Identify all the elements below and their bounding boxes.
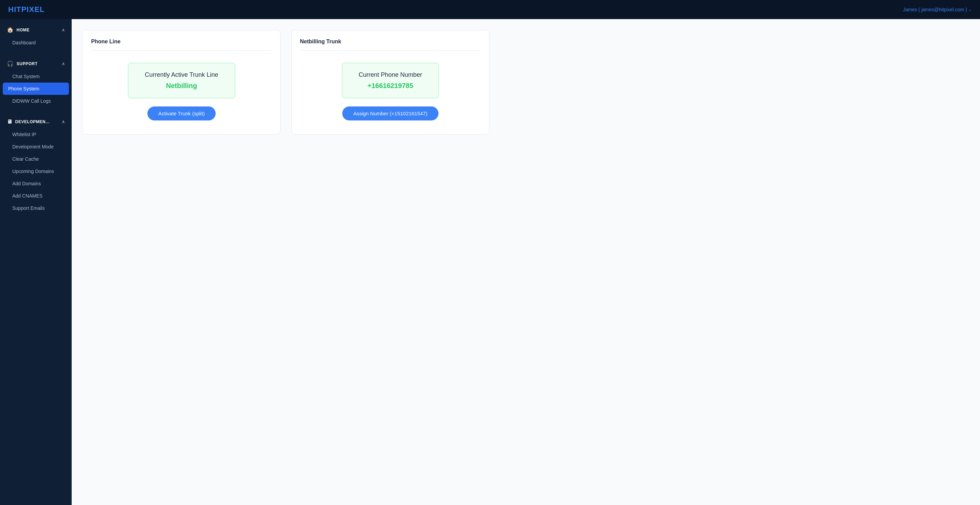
nav-section-development: 🖥 DEVELOPMEN... ∧ Whitelist IP Developme… xyxy=(0,111,72,218)
netbilling-trunk-card-title: Netbilling Trunk xyxy=(300,38,481,51)
sidebar-item-development-mode[interactable]: Development Mode xyxy=(0,140,72,153)
home-icon: 🏠 xyxy=(7,27,14,33)
nav-section-support-header[interactable]: 🎧 SUPPORT ∧ xyxy=(0,57,72,70)
support-icon: 🎧 xyxy=(7,61,14,67)
nav-section-home: 🏠 HOME ∧ Dashboard xyxy=(0,19,72,53)
sidebar-item-clear-cache[interactable]: Clear Cache xyxy=(0,153,72,165)
phone-line-info-label: Currently Active Trunk Line xyxy=(145,71,218,78)
netbilling-trunk-info-label: Current Phone Number xyxy=(359,71,422,78)
main-content: Phone Line Currently Active Trunk Line N… xyxy=(72,19,980,505)
nav-section-development-label: DEVELOPMEN... xyxy=(15,119,50,124)
cards-row: Phone Line Currently Active Trunk Line N… xyxy=(83,30,492,134)
netbilling-trunk-card: Netbilling Trunk Current Phone Number +1… xyxy=(291,30,489,134)
assign-number-button[interactable]: Assign Number (+15102161547) xyxy=(342,107,438,121)
netbilling-trunk-info-value: +16616219785 xyxy=(359,82,422,90)
phone-line-card-inner: Currently Active Trunk Line Netbilling A… xyxy=(91,57,272,126)
sidebar-item-chat-system[interactable]: Chat System xyxy=(0,70,72,83)
sidebar-item-didww-call-logs[interactable]: DIDWW Call Logs xyxy=(0,95,72,107)
topbar: HitPixel James ( james@hitpixel.com ) ⌄ xyxy=(0,0,980,19)
home-chevron-icon: ∧ xyxy=(62,28,65,32)
support-chevron-icon: ∧ xyxy=(62,61,65,66)
sidebar-item-whitelist-ip[interactable]: Whitelist IP xyxy=(0,128,72,140)
logo: HitPixel xyxy=(8,5,45,14)
phone-line-card-title: Phone Line xyxy=(91,38,272,51)
nav-section-home-header[interactable]: 🏠 HOME ∧ xyxy=(0,23,72,37)
user-menu[interactable]: James ( james@hitpixel.com ) ⌄ xyxy=(903,7,972,12)
nav-section-development-header[interactable]: 🖥 DEVELOPMEN... ∧ xyxy=(0,115,72,128)
user-display-text: James ( james@hitpixel.com ) xyxy=(903,7,967,12)
phone-line-info-box: Currently Active Trunk Line Netbilling xyxy=(128,63,235,98)
sidebar: 🏠 HOME ∧ Dashboard 🎧 SUPPORT ∧ Chat Syst… xyxy=(0,19,72,505)
netbilling-trunk-card-inner: Current Phone Number +16616219785 Assign… xyxy=(300,57,481,126)
nav-section-support-label: SUPPORT xyxy=(17,61,38,66)
activate-trunk-button[interactable]: Activate Trunk (split) xyxy=(147,107,216,121)
phone-line-info-value: Netbilling xyxy=(145,82,218,90)
nav-section-home-label: HOME xyxy=(17,28,30,32)
sidebar-item-dashboard[interactable]: Dashboard xyxy=(0,37,72,49)
nav-section-support: 🎧 SUPPORT ∧ Chat System Phone System DID… xyxy=(0,53,72,111)
sidebar-item-upcoming-domains[interactable]: Upcoming Domains xyxy=(0,165,72,177)
sidebar-item-add-domains[interactable]: Add Domains xyxy=(0,177,72,190)
sidebar-item-add-cnames[interactable]: Add CNAMES xyxy=(0,190,72,202)
phone-line-card: Phone Line Currently Active Trunk Line N… xyxy=(83,30,280,134)
sidebar-item-support-emails[interactable]: Support Emails xyxy=(0,202,72,214)
development-icon: 🖥 xyxy=(7,119,13,125)
development-chevron-icon: ∧ xyxy=(62,119,65,124)
netbilling-trunk-info-box: Current Phone Number +16616219785 xyxy=(342,63,439,98)
sidebar-item-phone-system[interactable]: Phone System xyxy=(3,83,69,95)
user-chevron-icon: ⌄ xyxy=(969,7,972,12)
